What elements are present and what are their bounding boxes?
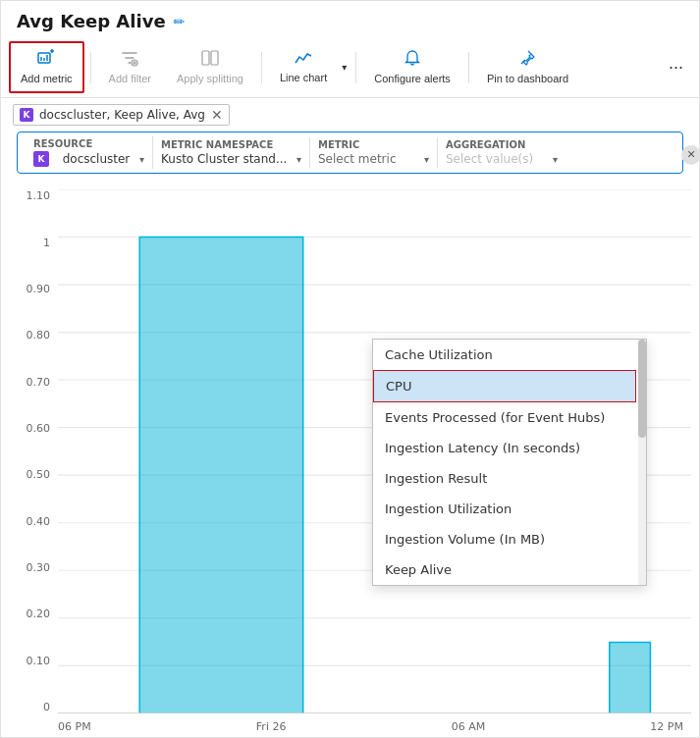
apply-splitting-icon: [201, 49, 219, 70]
x-axis-label: Fri 26: [256, 720, 287, 733]
svg-rect-10: [211, 51, 218, 65]
metric-selector: METRIC Select metric ▾: [310, 137, 438, 168]
x-axis-labels: 06 PMFri 2606 AM12 PM: [58, 720, 683, 733]
dropdown-item-cache-utilization[interactable]: Cache Utilization: [373, 340, 636, 370]
dropdown-item-cpu[interactable]: CPU: [373, 370, 636, 402]
resource-dropdown[interactable]: K docscluster ▾: [33, 151, 144, 167]
resource-selector: RESOURCE K docscluster ▾: [26, 136, 153, 169]
separator-1: [90, 52, 91, 83]
y-axis-label: 0.60: [27, 422, 51, 435]
x-axis-label: 12 PM: [650, 720, 683, 733]
configure-alerts-button[interactable]: Configure alerts: [362, 41, 462, 93]
configure-alerts-icon: [404, 49, 421, 70]
metric-selector-close-button[interactable]: ✕: [681, 145, 700, 165]
configure-alerts-label: Configure alerts: [374, 73, 451, 85]
dropdown-item-ingestion-result[interactable]: Ingestion Result: [373, 463, 636, 494]
y-axis-label: 0.40: [27, 515, 51, 528]
more-options-button[interactable]: ···: [661, 51, 691, 83]
y-axis-label: 0.10: [27, 655, 51, 667]
separator-4: [468, 52, 469, 83]
filter-tag-close-button[interactable]: ✕: [211, 108, 223, 122]
metric-chevron-icon: ▾: [424, 154, 429, 165]
resource-icon: K: [33, 151, 49, 167]
page-container: Avg Keep Alive ✏ Add metric: [0, 0, 700, 738]
metric-dropdown-menu: Cache UtilizationCPUEvents Processed (fo…: [372, 339, 647, 586]
svg-marker-25: [610, 643, 651, 713]
edit-icon[interactable]: ✏: [174, 14, 186, 29]
y-axis-label: 0.20: [27, 607, 51, 620]
dropdown-item-ingestion-volume-(in-mb)[interactable]: Ingestion Volume (In MB): [373, 524, 636, 554]
resource-chevron-icon: ▾: [139, 154, 144, 165]
dropdown-scrollbar[interactable]: [638, 340, 646, 585]
namespace-chevron-icon: ▾: [296, 154, 301, 165]
filter-area: K docscluster, Keep Alive, Avg ✕: [1, 98, 699, 132]
dropdown-item-events-processed-(for-event-hubs)[interactable]: Events Processed (for Event Hubs): [373, 402, 636, 433]
page-title: Avg Keep Alive: [17, 11, 166, 31]
y-axis-label: 1: [43, 237, 50, 249]
svg-marker-24: [139, 237, 302, 713]
dropdown-item-ingestion-utilization[interactable]: Ingestion Utilization: [373, 494, 636, 524]
line-chart-label: Line chart: [280, 72, 327, 84]
line-chart-button[interactable]: Line chart: [268, 42, 339, 92]
separator-3: [355, 52, 356, 83]
pin-to-dashboard-icon: [518, 49, 536, 70]
y-axis-label: 1.10: [27, 189, 51, 202]
apply-splitting-label: Apply splitting: [177, 73, 243, 85]
resource-label: RESOURCE: [33, 138, 144, 149]
apply-splitting-button[interactable]: Apply splitting: [165, 41, 255, 93]
aggregation-chevron-icon: ▾: [553, 154, 558, 165]
dropdown-scrollbar-thumb: [638, 340, 646, 438]
y-axis-label: 0.50: [27, 468, 51, 481]
y-axis-label: 0.90: [27, 283, 51, 295]
line-chart-arrow[interactable]: ▾: [339, 42, 350, 92]
aggregation-placeholder: Select value(s): [446, 152, 533, 166]
line-chart-button-group: Line chart ▾: [268, 42, 350, 92]
y-axis-label: 0.70: [27, 376, 51, 389]
y-axis-label: 0.80: [27, 329, 51, 342]
toolbar: Add metric Add filter Apply sp: [1, 37, 699, 98]
metric-dropdown[interactable]: Select metric ▾: [318, 152, 429, 166]
resource-value: docscluster: [63, 152, 131, 166]
filter-tag-icon: K: [20, 108, 33, 122]
aggregation-dropdown[interactable]: Select value(s) ▾: [446, 152, 558, 166]
svg-rect-9: [202, 51, 209, 65]
title-bar: Avg Keep Alive ✏: [1, 1, 699, 37]
aggregation-label: AGGREGATION: [446, 139, 558, 150]
line-chart-icon: [295, 50, 312, 69]
namespace-value: Kusto Cluster stand...: [161, 152, 287, 166]
aggregation-selector: AGGREGATION Select value(s) ▾: [438, 137, 565, 168]
y-axis-labels: 1.1010.900.800.700.600.500.400.300.200.1…: [9, 189, 56, 713]
add-metric-icon: [37, 49, 55, 70]
filter-tag: K docscluster, Keep Alive, Avg ✕: [13, 104, 230, 126]
metric-label: METRIC: [318, 139, 429, 150]
add-metric-button[interactable]: Add metric: [9, 41, 84, 93]
separator-2: [261, 52, 262, 83]
metric-placeholder: Select metric: [318, 152, 396, 166]
y-axis-label: 0: [43, 701, 50, 713]
add-filter-button[interactable]: Add filter: [97, 41, 163, 93]
namespace-label: METRIC NAMESPACE: [161, 139, 301, 150]
filter-tag-text: docscluster, Keep Alive, Avg: [39, 108, 205, 122]
pin-to-dashboard-label: Pin to dashboard: [487, 73, 568, 85]
y-axis-label: 0.30: [27, 561, 51, 574]
x-axis-label: 06 AM: [452, 720, 486, 733]
add-metric-label: Add metric: [21, 73, 73, 85]
namespace-dropdown[interactable]: Kusto Cluster stand... ▾: [161, 152, 301, 166]
dropdown-item-keep-alive[interactable]: Keep Alive: [373, 554, 636, 585]
more-options-icon: ···: [669, 57, 683, 78]
metric-selector-row: RESOURCE K docscluster ▾ METRIC NAMESPAC…: [17, 132, 683, 174]
x-axis-label: 06 PM: [58, 720, 91, 733]
namespace-selector: METRIC NAMESPACE Kusto Cluster stand... …: [153, 137, 310, 168]
pin-to-dashboard-button[interactable]: Pin to dashboard: [475, 41, 580, 93]
add-filter-label: Add filter: [109, 73, 151, 85]
add-filter-icon: [121, 49, 138, 70]
dropdown-item-ingestion-latency-(in-seconds)[interactable]: Ingestion Latency (In seconds): [373, 433, 636, 463]
